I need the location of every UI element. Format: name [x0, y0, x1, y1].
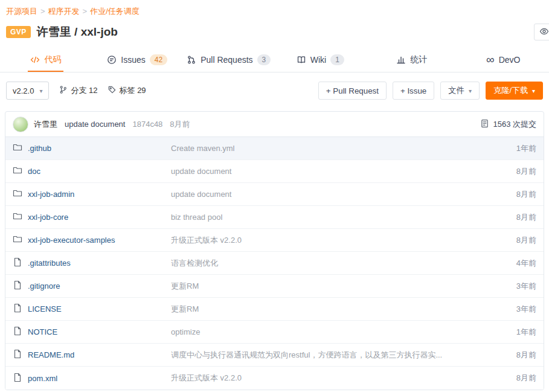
version-selector[interactable]: v2.2.0 ▾	[6, 82, 49, 100]
commit-hash[interactable]: 1874c48	[132, 120, 162, 129]
tab-label: Issues	[121, 55, 145, 65]
tab-code[interactable]: 代码	[0, 47, 92, 72]
file-icon	[13, 373, 22, 384]
commit-list-icon	[480, 119, 489, 130]
avatar[interactable]	[13, 117, 28, 132]
file-icon	[13, 326, 22, 338]
branches-link[interactable]: 分支 12	[59, 85, 97, 96]
file-name-link[interactable]: .gitignore	[28, 281, 60, 291]
file-name-link[interactable]: NOTICE	[28, 327, 57, 336]
breadcrumb-open-source[interactable]: 开源项目	[6, 7, 37, 16]
tab-wiki[interactable]: Wiki 1	[275, 47, 367, 72]
issues-count-badge: 42	[150, 54, 167, 65]
commit-message-link[interactable]: 升级正式版本 v2.2.0	[171, 373, 242, 382]
commit-message-link[interactable]: update document	[171, 167, 231, 176]
page-title[interactable]: 许雪里 / xxl-job	[37, 24, 118, 40]
version-selector-value: v2.2.0	[13, 86, 34, 95]
chevron-down-icon: ▾	[39, 88, 42, 94]
chevron-down-icon: ▾	[469, 88, 472, 94]
pull-request-icon	[187, 55, 196, 65]
file-name-link[interactable]: xxl-job-admin	[28, 190, 74, 199]
file-menu-label: 文件	[448, 85, 464, 96]
table-row[interactable]: .gitattributes 语言检测优化 4年前	[5, 252, 544, 275]
file-time: 8月前	[501, 166, 536, 177]
new-pull-request-button[interactable]: + Pull Request	[318, 82, 387, 100]
file-time: 8月前	[501, 189, 536, 200]
commit-message-link[interactable]: 语言检测优化	[171, 259, 218, 268]
table-row[interactable]: .github Create maven.yml 1年前	[5, 137, 544, 160]
branch-icon	[59, 85, 68, 96]
commit-message-link[interactable]: update document	[171, 190, 231, 199]
tab-label: DevO	[499, 55, 521, 65]
toolbar-actions: + Pull Request + Issue 文件 ▾ 克隆/下载 ▾	[318, 82, 543, 100]
table-row[interactable]: README.md 调度中心与执行器通讯规范为双向restful，方便跨语言，以…	[5, 344, 544, 367]
table-row[interactable]: LICENSE 更新RM 3年前	[5, 298, 544, 321]
file-name-link[interactable]: xxl-job-executor-samples	[28, 236, 115, 245]
file-time: 8月前	[501, 350, 536, 361]
table-row[interactable]: xxl-job-admin update document 8月前	[5, 183, 544, 206]
chevron-down-icon: ▾	[532, 88, 535, 94]
bar-chart-icon	[396, 55, 406, 65]
folder-icon	[13, 165, 22, 177]
tags-link[interactable]: 标签 29	[108, 85, 146, 96]
table-row[interactable]: .gitignore 更新RM 3年前	[5, 275, 544, 298]
file-name-link[interactable]: .github	[28, 144, 51, 153]
table-row[interactable]: pom.xml 升级正式版本 v2.2.0 8月前	[5, 367, 544, 390]
tab-issues[interactable]: Issues 42	[92, 47, 184, 72]
commit-message-link[interactable]: 更新RM	[171, 281, 199, 291]
commit-message-link[interactable]: 升级正式版本 v2.2.0	[171, 236, 242, 245]
file-time: 8月前	[501, 235, 536, 246]
gvp-badge[interactable]: GVP	[6, 26, 31, 38]
repo-header: GVP 许雪里 / xxl-job	[0, 19, 549, 46]
file-icon	[13, 349, 22, 361]
file-tree: 许雪里 update document 1874c48 8月前 1563 次提交…	[5, 111, 544, 390]
wiki-icon	[297, 55, 306, 65]
commit-author[interactable]: 许雪里	[34, 119, 57, 130]
tab-pull-requests[interactable]: Pull Requests 3	[183, 47, 275, 72]
file-name-link[interactable]: xxl-job-core	[28, 213, 68, 222]
table-row[interactable]: NOTICE optimize 1年前	[5, 321, 544, 344]
folder-icon	[13, 234, 22, 246]
watch-button[interactable]	[534, 24, 549, 40]
file-time: 1年前	[501, 327, 536, 338]
commit-message-link[interactable]: biz thread pool	[171, 213, 222, 222]
commit-message-link[interactable]: 更新RM	[171, 304, 199, 313]
commits-count-link[interactable]: 1563 次提交	[480, 119, 536, 130]
file-name-link[interactable]: .gitattributes	[28, 259, 71, 268]
commit-message-link[interactable]: Create maven.yml	[171, 144, 234, 153]
tag-icon	[108, 85, 117, 96]
infinity-icon: ∞	[486, 56, 495, 64]
folder-icon	[13, 211, 22, 223]
eye-icon	[539, 27, 549, 38]
file-icon	[13, 257, 22, 269]
table-row[interactable]: doc update document 8月前	[5, 160, 544, 183]
file-time: 8月前	[501, 212, 536, 223]
tags-label: 标签 29	[120, 85, 146, 96]
tab-stats[interactable]: 统计	[366, 47, 458, 72]
file-time: 8月前	[501, 373, 536, 384]
breadcrumb-separator: >	[83, 7, 88, 16]
clone-download-button[interactable]: 克隆/下载 ▾	[486, 82, 543, 100]
file-name-link[interactable]: doc	[28, 167, 40, 176]
repo-tabs: 代码 Issues 42 Pull Requests 3 Wiki 1	[0, 47, 549, 72]
repo-toolbar: v2.2.0 ▾ 分支 12 标签 29 + Pull Request + Is…	[0, 72, 549, 109]
commit-time: 8月前	[170, 119, 190, 130]
tab-devops[interactable]: ∞ DevO	[458, 47, 549, 72]
breadcrumb-program-dev[interactable]: 程序开发	[48, 7, 80, 16]
commit-message-link[interactable]: 调度中心与执行器通讯规范为双向restful，方便跨语言，以及第三方执行器实..…	[171, 350, 442, 359]
new-issue-button[interactable]: + Issue	[393, 82, 434, 100]
breadcrumb-task-scheduling[interactable]: 作业/任务调度	[90, 7, 140, 16]
table-row[interactable]: xxl-job-executor-samples 升级正式版本 v2.2.0 8…	[5, 229, 544, 252]
file-name-link[interactable]: README.md	[28, 350, 74, 359]
file-name-link[interactable]: LICENSE	[28, 304, 62, 313]
commit-message-link[interactable]: optimize	[171, 327, 200, 336]
table-row[interactable]: xxl-job-core biz thread pool 8月前	[5, 206, 544, 229]
file-icon	[13, 303, 22, 315]
file-menu-button[interactable]: 文件 ▾	[440, 82, 480, 100]
wiki-count-badge: 1	[330, 54, 344, 65]
file-icon	[13, 280, 22, 292]
commit-message[interactable]: update document	[65, 120, 125, 129]
file-name-link[interactable]: pom.xml	[28, 374, 57, 383]
file-time: 1年前	[501, 143, 536, 154]
pull-requests-count-badge: 3	[257, 54, 271, 65]
